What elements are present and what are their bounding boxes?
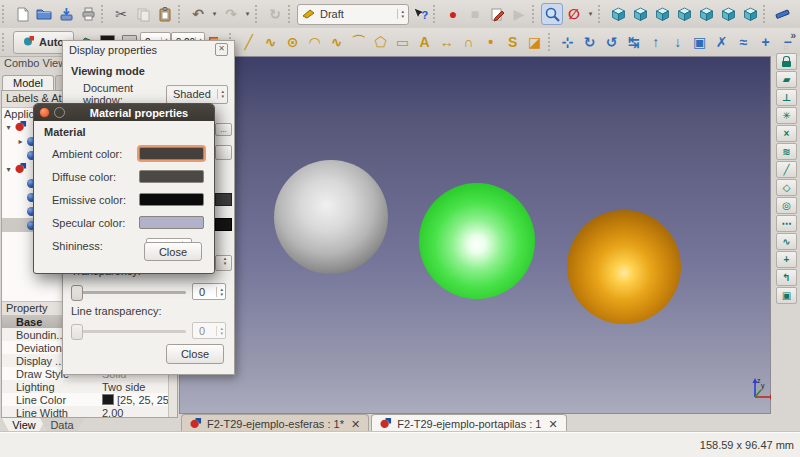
open-file-icon[interactable]	[33, 3, 55, 25]
snap-perpendicular-icon[interactable]: ⊥	[776, 89, 797, 106]
undo-dropdown-arrow[interactable]: ▾	[209, 10, 220, 18]
material-close-button[interactable]: Close	[144, 242, 202, 261]
dialog-titlebar[interactable]: Display properties ✕	[63, 41, 234, 58]
print-icon[interactable]	[77, 3, 99, 25]
window-titlebar[interactable]: Material properties	[34, 104, 214, 121]
window-close-button[interactable]	[39, 107, 50, 118]
clipping-plane-icon[interactable]: ∅	[563, 3, 585, 25]
workbench-selector[interactable]: Draft▴▾	[297, 4, 409, 25]
hidden-color-swatch[interactable]	[215, 193, 232, 206]
property-row[interactable]: Line Width2,00	[2, 406, 169, 417]
display-close-button[interactable]: Close	[166, 344, 224, 364]
macro-stop-icon[interactable]: ■	[464, 3, 486, 25]
green-sphere[interactable]	[419, 183, 535, 299]
document-tab[interactable]: F2-T29-ejemplo-portapilas : 1✕	[371, 414, 567, 433]
view-rear-icon[interactable]	[695, 3, 717, 25]
macro-edit-icon[interactable]	[486, 3, 508, 25]
macro-play-icon[interactable]: ▶	[508, 3, 530, 25]
draft-circle-icon[interactable]: ⊙	[282, 31, 304, 53]
draft-text-icon[interactable]: A	[414, 31, 436, 53]
view-left-icon[interactable]	[739, 3, 761, 25]
draft-wire-to-bspline-icon[interactable]: ≈	[733, 31, 755, 53]
gold-sphere[interactable]	[567, 210, 681, 324]
snap-lock-icon[interactable]	[776, 53, 797, 70]
view-front-icon[interactable]	[629, 3, 651, 25]
snap-endpoint-icon[interactable]: ▰	[776, 71, 797, 88]
snap-angle-icon[interactable]: ✳	[776, 107, 797, 124]
refresh-icon[interactable]: ↻	[264, 3, 286, 25]
draft-arc-3points-icon[interactable]: ∩	[458, 31, 480, 53]
material-color-swatch[interactable]	[139, 193, 204, 206]
tree-expander[interactable]: ▾	[4, 123, 13, 132]
draft-scale-icon[interactable]: ▣	[689, 31, 711, 53]
measure-distance-icon[interactable]	[772, 3, 794, 25]
new-file-icon[interactable]	[11, 3, 33, 25]
toolbar-overflow-chevron[interactable]: »	[790, 30, 796, 41]
draft-add-point-icon[interactable]: +	[755, 31, 777, 53]
draft-offset-icon[interactable]: ↺	[601, 31, 623, 53]
draft-rectangle-icon[interactable]: ▭	[392, 31, 414, 53]
property-row[interactable]: Line Color[25, 25, 25]	[2, 393, 169, 406]
draft-upgrade-icon[interactable]: ↑	[645, 31, 667, 53]
material-color-swatch[interactable]	[139, 170, 204, 183]
tab-close-icon[interactable]: ✕	[351, 418, 360, 431]
draft-polygon-icon[interactable]: ⬠	[370, 31, 392, 53]
draft-arc-icon[interactable]: ◠	[304, 31, 326, 53]
draft-downgrade-icon[interactable]: ↓	[667, 31, 689, 53]
close-icon[interactable]: ✕	[215, 43, 228, 56]
save-icon[interactable]	[55, 3, 77, 25]
tab-model[interactable]: Model	[2, 75, 54, 91]
snap-intersection-icon[interactable]: ×	[776, 125, 797, 142]
tree-expander[interactable]: ▾	[4, 165, 13, 174]
clipping-dropdown-arrow[interactable]: ▾	[585, 10, 596, 18]
tree-expander[interactable]: ▸	[16, 137, 25, 146]
tab-data[interactable]: Data	[40, 418, 84, 433]
draft-bezier-icon[interactable]: ⌒	[348, 31, 370, 53]
whats-this-icon[interactable]: ?	[409, 3, 431, 25]
view-axonometric-icon[interactable]	[607, 3, 629, 25]
tab-view[interactable]: View	[2, 418, 46, 433]
transparency-spinbox[interactable]: 0 ▴▾	[192, 283, 226, 300]
property-row[interactable]: LightingTwo side	[2, 380, 169, 393]
draft-bspline-icon[interactable]: ∿	[326, 31, 348, 53]
material-color-swatch[interactable]	[139, 216, 204, 229]
3d-viewport[interactable]: z y x	[179, 56, 771, 414]
gray-sphere[interactable]	[274, 160, 388, 274]
snap-grid-icon[interactable]: ▣	[776, 287, 797, 304]
snap-working-plane-icon[interactable]: ↰	[776, 269, 797, 286]
view-top-icon[interactable]	[651, 3, 673, 25]
snap-dimensions-icon[interactable]: ⋯	[776, 215, 797, 232]
draft-edit-subelement-icon[interactable]: ✗	[711, 31, 733, 53]
line-transparency-slider[interactable]	[71, 323, 186, 339]
document-tab[interactable]: F2-T29-ejemplo-esferas : 1*✕	[181, 414, 369, 433]
draft-facebinder-icon[interactable]: ◪	[524, 31, 546, 53]
redo-icon[interactable]: ↷	[220, 3, 242, 25]
view-right-icon[interactable]	[673, 3, 695, 25]
redo-dropdown-arrow[interactable]: ▾	[242, 10, 253, 18]
snap-near-icon[interactable]: ∿	[776, 233, 797, 250]
material-color-swatch[interactable]	[139, 147, 204, 160]
snap-parallel-icon[interactable]: ≋	[776, 143, 797, 160]
snap-ortho-icon[interactable]: +	[776, 251, 797, 268]
draft-wire-icon[interactable]: ∿	[260, 31, 282, 53]
macro-record-icon[interactable]: ●	[442, 3, 464, 25]
paste-icon[interactable]	[154, 3, 176, 25]
window-minimize-button[interactable]	[54, 107, 65, 118]
undo-icon[interactable]: ↶	[187, 3, 209, 25]
tab-close-icon[interactable]: ✕	[548, 418, 557, 431]
view-bottom-icon[interactable]	[717, 3, 739, 25]
hidden-color-swatch[interactable]	[215, 218, 232, 231]
draft-shapestring-icon[interactable]: S	[502, 31, 524, 53]
hidden-ellipsis-button[interactable]: ...	[215, 123, 232, 136]
draft-move-icon[interactable]: ⊹	[557, 31, 579, 53]
transparency-slider[interactable]	[71, 284, 186, 300]
copy-icon[interactable]	[132, 3, 154, 25]
snap-midpoint-icon[interactable]: ◇	[776, 179, 797, 196]
snap-center-icon[interactable]: ◎	[776, 197, 797, 214]
draft-rotate-icon[interactable]: ↻	[579, 31, 601, 53]
draft-line-icon[interactable]: ╱	[238, 31, 260, 53]
draft-point-icon[interactable]: •	[480, 31, 502, 53]
line-transparency-spinbox[interactable]: 0 ▴▾	[192, 322, 226, 339]
draft-trimex-icon[interactable]: ↹	[623, 31, 645, 53]
draft-dimension-icon[interactable]: ↔	[436, 31, 458, 53]
